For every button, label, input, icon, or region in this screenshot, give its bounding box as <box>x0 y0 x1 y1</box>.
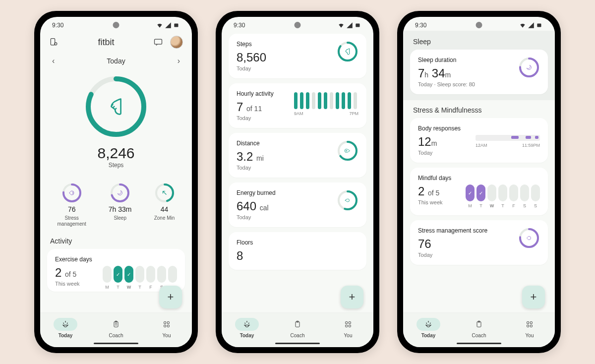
bottom-nav: Today Coach You <box>222 312 373 347</box>
hero-label: Steps <box>109 162 124 169</box>
status-time: 9:30 <box>415 22 426 29</box>
nav-you[interactable]: You <box>518 318 541 338</box>
mini-sleep[interactable]: 7h 33m Sleep <box>109 182 132 227</box>
bottom-nav: Today Coach You <box>40 312 192 347</box>
sleep-header: Sleep <box>403 37 555 50</box>
today-icon <box>61 320 70 329</box>
distance-title: Distance <box>237 140 264 147</box>
svg-rect-42 <box>530 325 532 327</box>
hourly-of: of 11 <box>246 105 262 113</box>
sleep-title: Sleep duration <box>418 57 475 63</box>
status-icons <box>519 22 543 29</box>
nav-you[interactable]: You <box>155 318 178 338</box>
fab-add[interactable]: + <box>159 286 182 308</box>
nav-coach[interactable]: Coach <box>286 318 309 338</box>
avatar[interactable] <box>170 36 183 49</box>
status-time: 9:30 <box>52 22 63 29</box>
floors-card[interactable]: Floors 8 <box>229 232 366 270</box>
mini-stress[interactable]: 76 Stressmanagement <box>57 182 86 227</box>
stress-header: Stress & Mindfulnesss <box>403 100 555 118</box>
steps-title: Steps <box>237 41 266 48</box>
exercise-sub: This week <box>55 281 80 287</box>
home-indicator[interactable] <box>275 343 320 344</box>
fab-add[interactable]: + <box>341 286 363 308</box>
moon-icon <box>518 57 540 78</box>
nav-coach[interactable]: Coach <box>104 318 128 338</box>
today-icon <box>242 320 251 329</box>
exercise-title: Exercise days <box>55 256 177 263</box>
steps-card[interactable]: Steps 8,560 Today <box>229 34 366 78</box>
mindful-card[interactable]: Mindful days 2 of 5 This week ✓M ✓T W T … <box>410 168 548 215</box>
stress-score-title: Stress management score <box>418 227 487 234</box>
battery-icon <box>173 22 180 29</box>
date-label[interactable]: Today <box>107 57 125 65</box>
moon-icon <box>110 182 130 203</box>
mini-zone-lbl: Zone Min <box>154 215 175 221</box>
phone-frame-1: 9:30 fitbit ‹ Today › <box>34 11 198 353</box>
prev-day-chevron[interactable]: ‹ <box>52 57 55 65</box>
svg-rect-3 <box>154 39 162 44</box>
mini-zone[interactable]: 44 Zone Min <box>154 182 175 227</box>
hero-value: 8,246 <box>97 145 134 162</box>
battery-icon <box>536 22 543 29</box>
nav-today[interactable]: Today <box>54 318 77 338</box>
body-timeline <box>476 135 540 141</box>
svg-point-23 <box>346 150 347 151</box>
stress-score-card[interactable]: Stress management score 76 Today <box>410 220 548 265</box>
mindful-title: Mindful days <box>418 175 540 182</box>
screen-3: 9:30 Sleep Sleep duration 7h 34m Today ·… <box>403 17 555 347</box>
mini-stress-val: 76 <box>68 205 76 213</box>
hourly-sub: Today <box>237 115 274 121</box>
body-responses-card[interactable]: Body responses 12m Today 12AM11:59PM <box>410 118 548 163</box>
steps-sub: Today <box>237 65 266 71</box>
signal-icon <box>346 22 353 29</box>
svg-rect-14 <box>164 322 166 324</box>
home-indicator[interactable] <box>457 343 501 344</box>
sleep-card[interactable]: Sleep duration 7h 34m Today · Sleep scor… <box>410 50 548 94</box>
energy-unit: cal <box>260 204 269 212</box>
bottom-nav: Today Coach You <box>403 312 555 347</box>
pin-icon <box>337 140 358 162</box>
mindful-pills: ✓M ✓T W T F S S <box>466 184 540 208</box>
svg-rect-40 <box>530 322 532 324</box>
mini-sleep-val: 7h 33m <box>109 205 132 213</box>
home-indicator[interactable] <box>94 343 138 344</box>
shoe-icon <box>105 95 127 118</box>
distance-unit: mi <box>256 154 264 162</box>
activity-header: Activity <box>40 236 192 249</box>
hourly-title: Hourly activity <box>237 90 274 97</box>
nav-today[interactable]: Today <box>235 318 259 338</box>
camera-dot <box>295 22 301 28</box>
energy-val: 640 <box>237 199 256 213</box>
nav-coach[interactable]: Coach <box>467 318 491 338</box>
next-day-chevron[interactable]: › <box>178 57 180 65</box>
distance-card[interactable]: Distance 3.2 mi Today <box>229 133 366 178</box>
energy-card[interactable]: Energy burned 640 cal Today <box>229 182 366 227</box>
signal-icon <box>528 22 535 29</box>
clipboard-icon <box>112 320 120 328</box>
svg-rect-31 <box>349 325 351 327</box>
svg-rect-28 <box>346 322 348 324</box>
svg-rect-18 <box>356 24 359 27</box>
svg-rect-17 <box>167 325 169 327</box>
hero-steps[interactable]: 8,246 Steps <box>40 70 192 176</box>
hourly-card[interactable]: Hourly activity 7 of 11 Today 9AM7PM <box>229 83 366 128</box>
nav-today[interactable]: Today <box>416 318 440 338</box>
hourly-bars <box>294 90 358 109</box>
nav-you[interactable]: You <box>336 318 360 338</box>
hourly-val: 7 <box>237 100 243 114</box>
message-icon[interactable] <box>153 37 163 47</box>
devices-icon[interactable] <box>49 37 59 47</box>
zone-icon <box>154 182 175 203</box>
exercise-days-card[interactable]: Exercise days 2 of 5 This week M ✓T ✓W T… <box>47 249 185 292</box>
status-icons <box>338 22 361 29</box>
fab-add[interactable]: + <box>522 286 545 308</box>
steps-val: 8,560 <box>237 51 266 64</box>
flame-icon <box>337 189 358 211</box>
svg-rect-15 <box>167 322 169 324</box>
clipboard-icon <box>475 320 483 328</box>
mini-stress-lbl: Stressmanagement <box>57 215 86 227</box>
distance-sub: Today <box>237 165 264 171</box>
svg-rect-41 <box>527 325 529 327</box>
svg-rect-16 <box>164 325 166 327</box>
